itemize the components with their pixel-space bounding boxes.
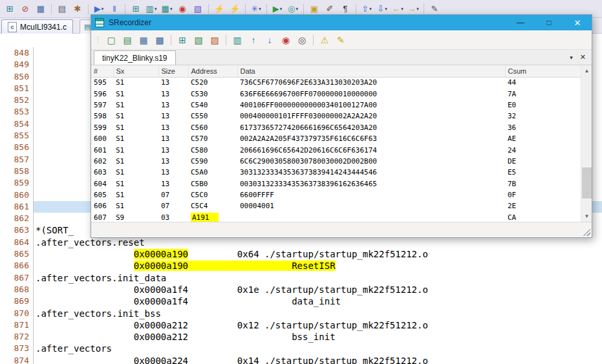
- edit-pencil-icon: ✎: [337, 36, 345, 45]
- srec-table-row[interactable]: 602S113C5906C6C290030580030780030002D002…: [91, 156, 582, 167]
- editor-line[interactable]: 874 0x0000a224 0x14 ./startup/startup_mk…: [0, 355, 602, 364]
- cell-sx: S1: [113, 200, 158, 211]
- print-icon[interactable]: ▤: [55, 2, 69, 16]
- cell-size: 13: [158, 178, 188, 189]
- external-tools-icon: ◎: [288, 5, 295, 13]
- srec-toolbar-icons: ▢▤▦▩⊞▧▨▥↑↓◉◎⚠✎: [104, 33, 348, 47]
- dropdown-caret-icon: ▾: [280, 6, 283, 12]
- minimize-button[interactable]: —: [506, 15, 535, 30]
- editor-tab-mcuili9341[interactable]: c McuILI9341.c: [1, 19, 73, 34]
- line-number: 849: [0, 59, 34, 70]
- preview-eye-icon[interactable]: ◎: [295, 33, 309, 47]
- chevron-down-icon[interactable]: ▾: [570, 54, 573, 61]
- cell-address: C570: [188, 133, 237, 144]
- table-scrollbar[interactable]: ▲ ▼: [581, 65, 592, 222]
- cell-address: C540: [188, 100, 237, 111]
- save-icon: ▦: [139, 36, 147, 45]
- line-text: 0x0000a224 0x14 ./startup/startup_mk22f5…: [34, 355, 602, 364]
- line-number: 858: [0, 166, 34, 177]
- tabstrip-controls: ▾ ✕: [570, 50, 592, 65]
- line-number: 859: [0, 177, 34, 189]
- srec-file-tab[interactable]: tinyK22_Blinky.s19: [94, 50, 176, 65]
- editor-line[interactable]: 872 0x0000a212 bss_init: [0, 331, 602, 343]
- maximize-button[interactable]: □: [535, 15, 563, 30]
- save-as-icon[interactable]: ▩: [153, 33, 167, 47]
- line-number: 864: [0, 237, 34, 248]
- srec-table-row[interactable]: 605S107C5C06600FFFF0F: [91, 189, 582, 200]
- dropdown-caret-icon: ▾: [170, 6, 173, 12]
- toolbar-separator: [313, 35, 314, 45]
- new-wizard-icon[interactable]: ⊞: [3, 2, 17, 16]
- srec-table-row[interactable]: 597S113C540400106FF000000000000340100127…: [91, 100, 582, 111]
- dropdown-caret-icon: ▾: [416, 6, 419, 12]
- cell-size: 07: [158, 200, 188, 211]
- srec-titlebar[interactable]: SRecordizer — □ ✕: [91, 15, 592, 30]
- cell-sx: S1: [113, 100, 158, 111]
- editor-line[interactable]: 865 0x0000a190 0x64 ./startup/startup_mk…: [0, 248, 602, 260]
- srec-table-row[interactable]: 598S113C550000400000101FFFF030000002A2A2…: [91, 111, 582, 122]
- c-file-icon: c: [8, 22, 17, 32]
- export-line-icon[interactable]: ▧: [191, 33, 206, 47]
- cell-csum: 44: [505, 77, 582, 88]
- cell-csum: 2E: [505, 200, 582, 211]
- editor-line[interactable]: 867.after_vectors.init_data: [0, 272, 602, 284]
- srec-table-row[interactable]: 596S113C530636F6E66696700FF0700000010000…: [91, 88, 582, 99]
- editor-line[interactable]: 870.after_vectors.init_bss: [0, 308, 602, 319]
- cell-sx: S1: [113, 189, 158, 200]
- line-number: 853: [0, 106, 34, 118]
- line-number: 862: [0, 213, 34, 224]
- new-file-icon[interactable]: ▢: [104, 33, 118, 47]
- save-icon[interactable]: ▦: [136, 33, 151, 47]
- edit-pencil-icon[interactable]: ✎: [334, 33, 348, 47]
- editor-line[interactable]: 873.after_vectors: [0, 343, 602, 354]
- cell-data: 00004001: [237, 200, 505, 211]
- save-icon[interactable]: ▦: [34, 2, 48, 16]
- skip-breakpoints-icon[interactable]: ⊘: [18, 2, 32, 16]
- line-number: 866: [0, 260, 34, 272]
- scrollbar-thumb[interactable]: [582, 167, 592, 198]
- srec-table-row[interactable]: 606S107C5C4000040012E: [91, 200, 582, 211]
- close-button[interactable]: ✕: [563, 15, 592, 30]
- tab-close-icon[interactable]: ✕: [580, 53, 586, 61]
- editor-line[interactable]: 864.after_vectors.reset: [0, 237, 602, 248]
- srec-table-row[interactable]: 595S113C520736C5F6770696F2E633A313030203…: [91, 77, 582, 88]
- editor-line[interactable]: 866 0x0000a190 ResetISR: [0, 260, 602, 272]
- editor-line[interactable]: 871 0x0000a212 0x12 ./startup/startup_mk…: [0, 319, 602, 331]
- next-annotation-icon: ⇩: [377, 5, 384, 13]
- scroll-up-icon[interactable]: ▲: [581, 65, 592, 76]
- build-icon[interactable]: ✱: [70, 2, 85, 16]
- srec-table-row[interactable]: 604S113C5B000303132333435363738396162636…: [91, 178, 582, 189]
- line-number: 855: [0, 130, 34, 142]
- srec-table-row[interactable]: 601S113C580206661696C65642D20616C6C6F636…: [91, 144, 582, 155]
- srec-table-row[interactable]: 607S903A191CA: [91, 212, 582, 222]
- record-icon[interactable]: ◉: [279, 33, 293, 47]
- validate-warning-icon: ⚠: [321, 36, 329, 45]
- line-number: 857: [0, 154, 34, 166]
- srec-table: #SxSizeAddressDataCsum 595S113C520736C5F…: [91, 65, 583, 222]
- scroll-down-icon[interactable]: ▼: [581, 211, 592, 222]
- move-down-icon[interactable]: ↓: [263, 33, 277, 47]
- srec-table-row[interactable]: 599S113C560617373657274206661696C6564203…: [91, 122, 582, 133]
- srec-table-row[interactable]: 600S113C570002A2A2A205F437379735F616C6C6…: [91, 133, 582, 144]
- cell-num: 600: [91, 133, 113, 144]
- new-table-icon[interactable]: ⊞: [175, 33, 189, 47]
- move-up-icon[interactable]: ↑: [246, 33, 261, 47]
- import-line-icon[interactable]: ▨: [208, 33, 222, 47]
- validate-warning-icon[interactable]: ⚠: [317, 33, 332, 47]
- toolbar-separator: [226, 35, 226, 45]
- cell-address: C5C0: [188, 189, 237, 200]
- line-number: 865: [0, 248, 34, 260]
- srec-table-row[interactable]: 603S113C5A030313233343536373839414243444…: [91, 167, 582, 178]
- cell-address: C5B0: [188, 178, 237, 189]
- cell-sx: S1: [113, 156, 158, 167]
- cell-size: 13: [158, 77, 188, 88]
- editor-line[interactable]: 868 0x0000a1f4 0x1e ./startup/startup_mk…: [0, 284, 602, 295]
- srec-toolbar: ⋮ ▢▤▦▩⊞▧▨▥↑↓◉◎⚠✎: [91, 30, 592, 50]
- cell-csum: 7B: [505, 178, 582, 189]
- editor-line[interactable]: 869 0x0000a1f4 data_init: [0, 295, 602, 307]
- columns-icon[interactable]: ▥: [230, 33, 244, 47]
- open-file-icon[interactable]: ▤: [120, 33, 134, 47]
- resize-grip[interactable]: [582, 228, 590, 236]
- toolbar-separator: [245, 4, 246, 14]
- cell-sx: S1: [113, 77, 158, 88]
